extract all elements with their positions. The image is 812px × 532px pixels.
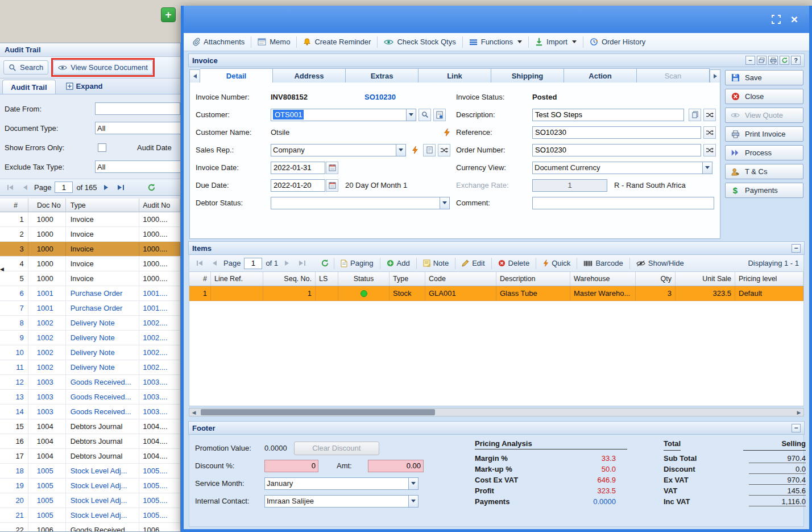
shuffle-icon[interactable] [438,144,450,156]
save-button[interactable]: Save [725,70,803,85]
view-source-document-button[interactable]: View Source Document [53,60,153,75]
items-column-header[interactable]: Seq. No. [263,272,316,286]
minimize-icon[interactable]: − [792,244,801,253]
internal-contact-dropdown-icon[interactable] [408,495,419,508]
paging-button[interactable]: Paging [338,257,376,269]
customer-combobox[interactable]: OTS001 [271,109,416,121]
internal-contact-select[interactable]: Imraan Salijee [264,495,419,508]
print-icon[interactable] [768,56,778,65]
items-column-header[interactable]: Unit Sale [676,272,735,286]
maximize-icon[interactable] [770,14,782,25]
minimize-icon[interactable]: − [792,424,801,432]
view-quote-button[interactable]: View Quote [725,108,803,123]
audit-table-row[interactable]: 11000Invoice1000.... [0,212,180,227]
attachments-button[interactable]: Attachments [190,35,246,48]
service-month-dropdown-icon[interactable] [408,477,419,490]
panel-collapse-icon[interactable]: ◀ [0,263,6,275]
edit-item-button[interactable]: Edit [459,257,487,269]
import-menu-button[interactable]: Import [534,35,578,48]
column-header-docno[interactable]: Doc No [28,199,66,212]
currency-dropdown-icon[interactable] [702,162,712,174]
discount-amt-input[interactable] [368,460,424,472]
check-stock-button[interactable]: Check Stock Qtys [383,35,457,48]
showhide-columns-button[interactable]: Show/Hide [633,257,687,269]
column-header-type[interactable]: Type [66,199,140,212]
refresh-icon[interactable] [780,56,789,65]
clear-discount-button[interactable]: Clear Discount [294,442,379,455]
prev-page-icon[interactable] [19,182,31,193]
next-page-icon[interactable] [281,258,293,269]
items-table-row[interactable]: 11StockGLA001Glass TubeMaster Wareho...3… [189,286,803,301]
lightning-icon[interactable] [440,126,453,139]
expand-button[interactable]: Expand [60,80,109,94]
audit-table-row[interactable]: 211005Stock Level Adj...1005.... [0,508,180,523]
column-header-num[interactable]: # [0,199,28,212]
lightning-icon[interactable] [408,144,421,156]
tcs-button[interactable]: T & Cs [725,164,803,179]
customer-dropdown-icon[interactable] [406,109,416,121]
note-button[interactable]: Note [420,257,451,269]
audit-table-row[interactable]: 131003Goods Received...1003.... [0,390,180,405]
audit-table-row[interactable]: 41000Invoice1000.... [0,257,180,271]
items-column-header[interactable]: Qty [636,272,676,286]
next-page-icon[interactable] [101,182,112,193]
add-new-button[interactable]: + [161,7,176,22]
barcode-button[interactable]: Barcode [581,257,625,269]
first-page-icon[interactable] [5,182,16,193]
comment-input[interactable] [532,197,714,209]
items-column-header[interactable]: Code [425,272,496,286]
customer-search-button[interactable] [419,109,431,121]
refresh-icon[interactable] [146,182,158,193]
minimize-icon[interactable]: − [745,56,755,65]
items-column-header[interactable]: Description [496,272,570,286]
debtor-status-dropdown-icon[interactable] [440,197,450,209]
scroll-left-icon[interactable]: ◀ [189,409,198,416]
items-column-header[interactable]: LS [316,272,338,286]
items-page-input[interactable] [244,258,262,269]
page-number-input[interactable] [55,182,73,193]
discount-pct-input[interactable] [264,460,318,472]
reference-input[interactable] [532,126,701,139]
customer-account-button[interactable] [433,109,446,121]
calendar-icon[interactable] [326,179,338,192]
rep-document-button[interactable] [423,144,436,156]
description-input[interactable] [532,109,684,121]
create-reminder-button[interactable]: Create Reminder [302,35,372,48]
audit-table-row[interactable]: 91002Delivery Note1002.... [0,331,180,345]
show-errors-checkbox[interactable] [98,143,106,152]
items-column-header[interactable]: Type [390,272,425,286]
items-column-header[interactable]: Line Ref. [211,272,263,286]
audit-table-row[interactable]: 181005Stock Level Adj...1005.... [0,464,180,479]
shuffle-icon[interactable] [703,126,716,139]
audit-table-row[interactable]: 221006Goods Received1006... [0,523,180,531]
order-history-button[interactable]: Order History [589,35,647,48]
tab-detail[interactable]: Detail [200,68,273,83]
items-column-header[interactable]: Warehouse [570,272,636,286]
close-icon[interactable]: × [789,14,800,25]
calendar-icon[interactable] [326,162,338,174]
tab-link[interactable]: Link [419,68,491,83]
audit-table-row[interactable]: 201005Stock Level Adj...1005.... [0,493,180,508]
cascade-window-icon[interactable] [757,56,767,65]
audit-table-row[interactable]: 81002Delivery Note1002.... [0,316,180,331]
memo-button[interactable]: Memo [256,35,291,48]
tab-extras[interactable]: Extras [346,68,419,83]
debtor-status-select[interactable] [271,197,450,209]
tab-action[interactable]: Action [564,68,637,83]
audit-table-row[interactable]: 151004Debtors Journal1004.... [0,419,180,434]
close-button[interactable]: Close [725,89,803,104]
functions-menu-button[interactable]: Functions [468,35,523,48]
audit-table-row[interactable]: 161004Debtors Journal1004.... [0,434,180,449]
scroll-right-icon[interactable]: ▶ [794,409,803,416]
order-number-input[interactable] [532,144,701,156]
items-column-header[interactable]: # [189,272,211,286]
prev-page-icon[interactable] [209,258,220,269]
sales-rep-select[interactable]: Company [271,144,406,156]
audit-table-row[interactable]: 101002Delivery Note1002.... [0,345,180,360]
audit-table-row[interactable]: 171004Debtors Journal1004.... [0,449,180,464]
audit-table-row[interactable]: 121003Goods Received...1003.... [0,375,180,390]
audit-table-row[interactable]: 51000Invoice1000.... [0,271,180,286]
audit-table-row[interactable]: 31000Invoice1000.... [0,242,180,257]
audit-table-row[interactable]: 141003Goods Received...1003.... [0,405,180,419]
shuffle-icon[interactable] [703,109,716,121]
